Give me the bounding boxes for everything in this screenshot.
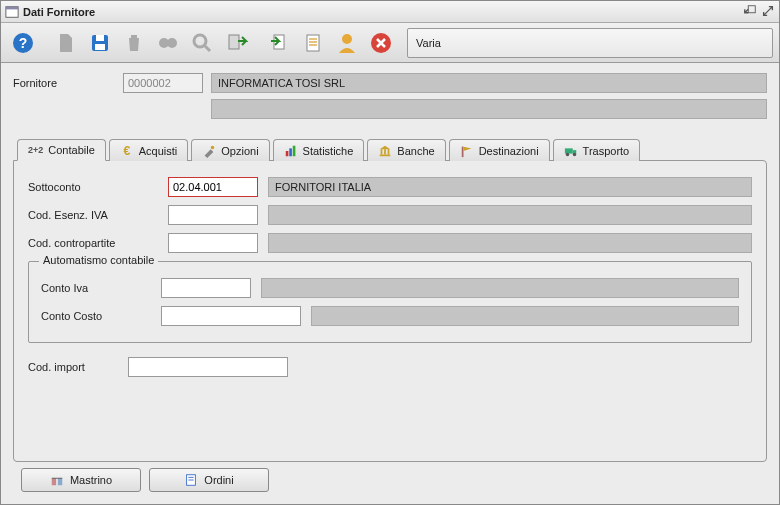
close-button[interactable] <box>365 27 397 59</box>
conto-costo-desc <box>311 306 739 326</box>
tab-statistiche[interactable]: Statistiche <box>273 139 365 161</box>
contropartite-label: Cod. contropartite <box>28 237 168 249</box>
tab-opzioni[interactable]: Opzioni <box>191 139 269 161</box>
tab-banche[interactable]: Banche <box>367 139 445 161</box>
cod-import-label: Cod. import <box>28 361 128 373</box>
svg-point-18 <box>342 34 352 44</box>
conto-iva-desc <box>261 278 739 298</box>
svg-rect-12 <box>229 35 239 49</box>
supplier-line2-display <box>211 99 767 119</box>
export-button[interactable] <box>263 27 295 59</box>
tab-label: Acquisti <box>139 145 178 157</box>
mastrino-label: Mastrino <box>70 474 112 486</box>
conto-iva-input[interactable] <box>161 278 251 298</box>
contropartite-input[interactable] <box>168 233 258 253</box>
tab-trasporto[interactable]: Trasporto <box>553 139 641 161</box>
svg-rect-24 <box>292 145 295 156</box>
footer: Mastrino Ordini <box>13 462 767 498</box>
tab-panel-contabile: Sottoconto FORNITORI ITALIA Cod. Esenz. … <box>13 160 767 462</box>
svg-rect-25 <box>381 149 383 154</box>
automatismo-fieldset: Automatismo contabile Conto Iva Conto Co… <box>28 261 752 343</box>
sottoconto-input[interactable] <box>168 177 258 197</box>
esenz-desc <box>268 205 752 225</box>
esenz-input[interactable] <box>168 205 258 225</box>
mastrino-button[interactable]: Mastrino <box>21 468 141 492</box>
toolbar: ? Varia <box>1 23 779 63</box>
svg-point-21 <box>211 145 215 149</box>
mode-label: Varia <box>416 37 441 49</box>
search-button[interactable] <box>186 27 218 59</box>
contropartite-desc <box>268 233 752 253</box>
svg-rect-7 <box>95 44 105 50</box>
conto-iva-label: Conto Iva <box>41 282 161 294</box>
conto-costo-input[interactable] <box>161 306 301 326</box>
svg-rect-1 <box>6 6 18 9</box>
cod-import-input[interactable] <box>128 357 288 377</box>
svg-rect-6 <box>96 35 104 41</box>
svg-rect-28 <box>380 154 391 156</box>
delete-button[interactable] <box>118 27 150 59</box>
svg-point-10 <box>194 35 206 47</box>
window-title: Dati Fornitore <box>23 6 95 18</box>
user-button[interactable] <box>331 27 363 59</box>
tab-label: Destinazioni <box>479 145 539 157</box>
supplier-code-input[interactable] <box>123 73 203 93</box>
tab-label: Banche <box>397 145 434 157</box>
import-button[interactable] <box>220 27 252 59</box>
supplier-label: Fornitore <box>13 77 123 89</box>
svg-rect-2 <box>748 5 755 12</box>
automatismo-legend: Automatismo contabile <box>39 254 158 266</box>
conto-costo-label: Conto Costo <box>41 310 161 322</box>
tab-label: Trasporto <box>583 145 630 157</box>
tab-acquisti[interactable]: € Acquisti <box>109 139 189 161</box>
esenz-label: Cod. Esenz. IVA <box>28 209 168 221</box>
svg-rect-23 <box>289 148 292 156</box>
svg-rect-27 <box>388 149 390 154</box>
tab-label: Contabile <box>48 144 94 156</box>
tab-contabile[interactable]: 2+2 Contabile <box>17 139 106 161</box>
maximize-icon[interactable] <box>761 4 775 20</box>
tab-bar: 2+2 Contabile € Acquisti Opzioni Statist… <box>13 139 767 161</box>
save-button[interactable] <box>84 27 116 59</box>
minimize-icon[interactable] <box>743 4 757 20</box>
new-button[interactable] <box>50 27 82 59</box>
svg-rect-22 <box>285 151 288 156</box>
tab-label: Opzioni <box>221 145 258 157</box>
mode-display: Varia <box>407 28 773 58</box>
ordini-button[interactable]: Ordini <box>149 468 269 492</box>
titlebar: Dati Fornitore <box>1 1 779 23</box>
svg-rect-35 <box>58 478 62 485</box>
sottoconto-desc: FORNITORI ITALIA <box>268 177 752 197</box>
svg-rect-29 <box>461 146 463 157</box>
svg-text:?: ? <box>19 35 28 51</box>
svg-point-33 <box>572 152 576 156</box>
sottoconto-label: Sottoconto <box>28 181 168 193</box>
help-button[interactable]: ? <box>7 27 39 59</box>
document-button[interactable] <box>297 27 329 59</box>
window-icon <box>5 5 19 19</box>
ordini-label: Ordini <box>204 474 233 486</box>
tab-destinazioni[interactable]: Destinazioni <box>449 139 550 161</box>
svg-rect-34 <box>52 478 56 485</box>
svg-point-9 <box>167 38 177 48</box>
svg-rect-30 <box>564 148 572 153</box>
svg-rect-14 <box>307 35 319 51</box>
supplier-name-display: INFORMATICA TOSI SRL <box>211 73 767 93</box>
svg-text:€: € <box>123 144 130 158</box>
svg-rect-26 <box>384 149 386 154</box>
svg-point-32 <box>565 152 569 156</box>
print-button[interactable] <box>152 27 184 59</box>
tab-label: Statistiche <box>303 145 354 157</box>
svg-line-11 <box>205 46 210 51</box>
